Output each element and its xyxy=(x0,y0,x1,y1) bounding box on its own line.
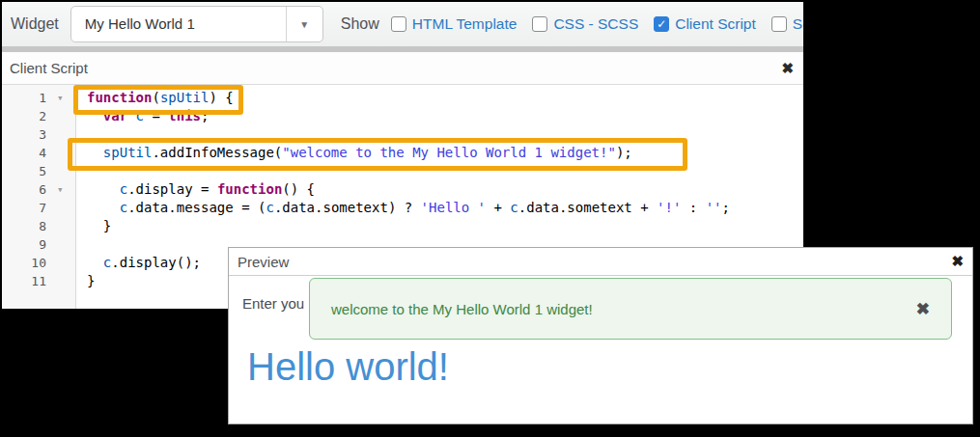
code-line[interactable]: var c = this; xyxy=(87,107,803,125)
line-number: 3 xyxy=(2,125,46,144)
line-number: 7 xyxy=(2,199,46,217)
gutter-row: 11 xyxy=(2,272,75,290)
checkbox-unchecked-icon[interactable] xyxy=(391,16,406,32)
code-line[interactable]: c.display = function() { xyxy=(87,180,803,199)
line-number: 11 xyxy=(2,272,46,290)
line-number: 9 xyxy=(2,235,46,254)
enter-your-name-label: Enter you xyxy=(242,295,304,312)
client-script-panel-title: Client Script xyxy=(10,60,88,76)
fold-arrow-icon[interactable]: ▾ xyxy=(57,89,64,107)
checkbox-label: HTML Template xyxy=(412,15,518,33)
gutter: 1▾23456▾7891011 xyxy=(2,85,76,309)
close-icon[interactable]: ✖ xyxy=(781,60,794,77)
gutter-row: 2 xyxy=(2,107,75,125)
close-icon[interactable]: ✖ xyxy=(951,253,964,270)
preview-body: Enter you welcome to the My Hello World … xyxy=(229,276,972,423)
gutter-row: 5 xyxy=(2,162,75,180)
gutter-row: 9 xyxy=(2,235,75,254)
widget-label: Widget xyxy=(11,15,59,33)
show-label: Show xyxy=(341,15,379,33)
code-line[interactable] xyxy=(87,125,803,144)
gutter-row: 3 xyxy=(2,125,75,144)
widget-select-value: My Hello World 1 xyxy=(85,7,195,41)
line-number: 8 xyxy=(2,217,46,235)
line-number: 5 xyxy=(2,162,46,180)
gutter-row: 6▾ xyxy=(2,180,75,199)
checkbox-checked-icon[interactable]: ✓ xyxy=(654,16,669,32)
line-number: 10 xyxy=(2,254,46,272)
code-line[interactable]: spUtil.addInfoMessage("welcome to the My… xyxy=(87,144,803,162)
gutter-row: 1▾ xyxy=(2,89,75,107)
show-option-serve[interactable]: Serve xyxy=(771,15,803,33)
widget-select-dropdown[interactable]: My Hello World 1 ▼ xyxy=(70,6,323,42)
fold-arrow-icon[interactable]: ▾ xyxy=(57,180,64,199)
checkbox-label: Client Script xyxy=(675,15,756,33)
code-line[interactable]: c.data.message = (c.data.sometext) ? 'He… xyxy=(87,199,803,217)
hello-world-heading: Hello world! xyxy=(247,345,449,388)
line-number: 4 xyxy=(2,144,46,162)
preview-title: Preview xyxy=(238,254,289,270)
show-option-css-scss[interactable]: CSS - SCSS xyxy=(532,15,638,33)
info-message-banner: welcome to the My Hello World 1 widget! … xyxy=(309,278,952,340)
show-checkbox-group: HTML TemplateCSS - SCSS✓Client ScriptSer… xyxy=(391,15,803,33)
close-icon[interactable]: ✖ xyxy=(916,299,930,319)
gutter-row: 8 xyxy=(2,217,75,235)
checkbox-label: CSS - SCSS xyxy=(553,15,638,33)
line-number: 6 xyxy=(2,180,46,199)
preview-window: Preview ✖ Enter you welcome to the My He… xyxy=(228,247,973,424)
checkbox-label: Serve xyxy=(793,15,803,33)
show-option-html-template[interactable]: HTML Template xyxy=(391,15,518,33)
chevron-down-icon[interactable]: ▼ xyxy=(286,7,322,41)
checkbox-unchecked-icon[interactable] xyxy=(771,16,787,32)
screen-background: Widget My Hello World 1 ▼ Show HTML Temp… xyxy=(0,0,980,437)
line-number: 2 xyxy=(2,107,46,125)
code-line[interactable]: function(spUtil) { xyxy=(87,89,803,107)
code-line[interactable] xyxy=(87,162,803,180)
editor-topbar: Widget My Hello World 1 ▼ Show HTML Temp… xyxy=(2,2,803,52)
client-script-panel-header: Client Script ✖ xyxy=(2,52,803,85)
show-option-client-script[interactable]: ✓Client Script xyxy=(654,15,756,33)
gutter-row: 7 xyxy=(2,199,75,217)
line-number: 1 xyxy=(2,89,46,107)
checkbox-unchecked-icon[interactable] xyxy=(532,16,547,32)
info-message-text: welcome to the My Hello World 1 widget! xyxy=(331,301,593,317)
preview-header: Preview ✖ xyxy=(229,248,972,276)
code-line[interactable]: } xyxy=(87,217,803,235)
gutter-row: 10 xyxy=(2,254,75,272)
gutter-row: 4 xyxy=(2,144,75,162)
